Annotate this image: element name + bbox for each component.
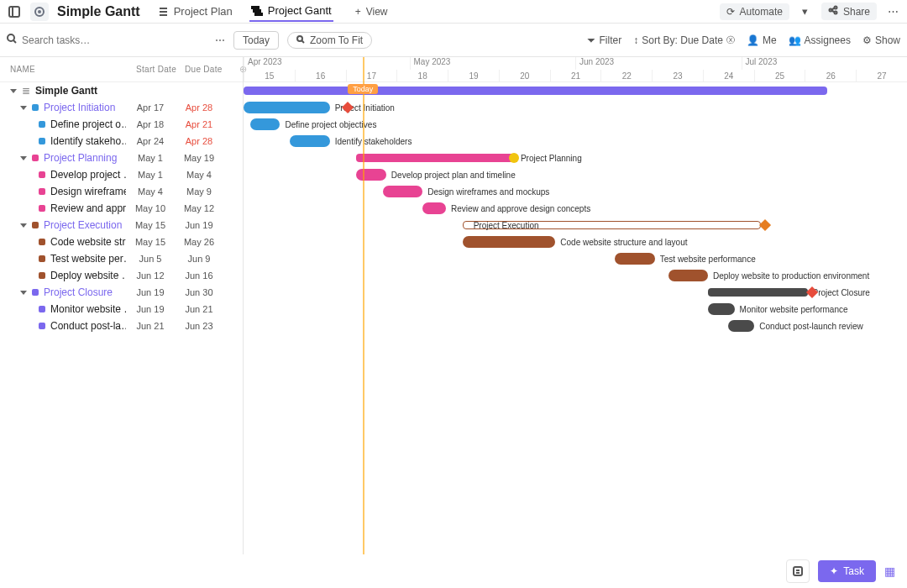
assignees-button[interactable]: 👥Assignees [789,34,851,46]
due-date: Apr 28 [175,136,223,146]
bar-row: Monitor website performance [244,301,907,318]
due-date: Jun 9 [175,254,223,264]
table-row[interactable]: Identify stakeho…Apr 24Apr 28 [0,133,243,150]
gantt-bar[interactable]: Project Initiation [244,102,330,113]
start-date: May 10 [126,203,175,213]
timeline-pane[interactable]: Apr 2023May 2023Jun 2023Jul 2023 1516171… [244,57,907,554]
table-row[interactable]: Monitor website …Jun 19Jun 21 [0,301,243,318]
start-date: May 15 [126,237,175,247]
tab-project-gantt[interactable]: Project Gantt [249,1,333,22]
chevron-down-icon[interactable]: ▾ [798,4,813,19]
gantt-bar[interactable]: Project Execution [463,221,762,229]
month-cell: May 2023 [410,57,576,70]
gantt-bar[interactable] [244,87,827,95]
gantt-bar[interactable]: Review and approve design concepts [422,202,446,214]
caret-down-icon[interactable] [20,223,27,228]
caret-down-icon[interactable] [20,291,27,295]
table-row[interactable]: Develop project …May 1May 4 [0,166,243,183]
table-row[interactable]: Test website per…Jun 5Jun 9 [0,250,243,267]
gantt-bar[interactable]: Deploy website to production environment [668,270,708,281]
table-row[interactable]: Project ClosureJun 19Jun 30 [0,284,243,301]
caret-down-icon[interactable] [10,89,17,93]
row-name: Code website str… [50,236,126,248]
week-cell: 20 [499,70,550,81]
me-label: Me [763,34,777,46]
status-dot [32,155,39,161]
search-wrapper: ⋯ [7,34,225,46]
gantt-bar[interactable]: Code website structure and layout [463,236,556,248]
sidebar-toggle-icon[interactable] [7,4,22,19]
due-date: Apr 28 [175,102,223,113]
gantt-bar[interactable]: Design wireframes and mockups [383,186,422,197]
table-row[interactable]: Project PlanningMay 1May 19 [0,150,243,166]
milestone-circle-icon[interactable] [509,153,519,163]
add-view-button[interactable]: + View [349,3,395,20]
status-dot [39,306,45,312]
table-row[interactable]: Conduct post-la…Jun 21Jun 23 [0,318,243,334]
row-name: Simple Gantt [35,85,97,97]
gantt-bar[interactable]: Test website performance [615,253,654,265]
gear-icon: ⚙ [862,34,872,46]
automate-button[interactable]: ⟳ Automate [720,3,789,20]
bar-label: Monitor website performance [740,305,848,314]
sort-label: Sort By: Due Date [642,34,723,46]
search-input[interactable] [22,34,210,46]
bar-row: Identify stakeholders [244,133,907,150]
col-start: Start Date [136,65,185,74]
sort-button[interactable]: ↕Sort By: Due Dateⓧ [633,34,735,46]
table-row[interactable]: Code website str…May 15May 26 [0,234,243,250]
share-label: Share [843,6,870,18]
due-date: Jun 23 [175,321,223,331]
bar-row: Code website structure and layout [244,234,907,250]
row-name: Project Planning [44,152,117,164]
clear-sort-icon[interactable]: ⓧ [726,34,735,46]
gantt-bar[interactable]: Conduct post-launch review [728,320,755,332]
caret-down-icon[interactable] [20,156,27,160]
caret-down-icon[interactable] [20,106,27,110]
status-dot [39,121,45,128]
zoom-control[interactable]: Zoom To Fit [287,32,372,49]
more-icon[interactable]: ⋯ [885,4,900,19]
more-icon[interactable]: ⋯ [215,34,225,46]
gantt-bar[interactable]: Project Planning [356,154,516,162]
automate-label: Automate [740,6,783,18]
gantt-bar[interactable]: Define project objectives [250,118,280,130]
share-button[interactable]: Share [821,3,877,20]
due-date: May 4 [175,170,223,180]
svg-rect-8 [254,10,260,12]
filter-button[interactable]: ⏷Filter [586,34,622,46]
due-date: Jun 19 [175,220,223,230]
table-row[interactable]: Project ExecutionMay 15Jun 19 [0,217,243,234]
due-date: Jun 16 [175,270,223,281]
gantt-bar[interactable]: Project Closure [708,288,808,297]
users-icon: 👥 [789,34,801,46]
gantt-bar[interactable]: Monitor website performance [708,303,735,315]
me-button[interactable]: 👤Me [747,34,777,46]
start-date: Jun 12 [126,270,175,281]
table-row[interactable]: Define project o…Apr 18Apr 21 [0,116,243,133]
table-row[interactable]: Review and appr…May 10May 12 [0,200,243,217]
gantt-bar[interactable]: Develop project plan and timeline [356,169,386,181]
table-row[interactable]: Deploy website …Jun 12Jun 16 [0,267,243,284]
table-row[interactable]: Design wireframe…May 4May 9 [0,183,243,200]
bar-row: Test website performance [244,250,907,267]
name-cell: Test website per… [0,253,126,265]
today-button[interactable]: Today [233,31,279,50]
search-icon[interactable] [7,34,17,46]
bar-label: Project Closure [813,288,870,297]
row-name: Test website per… [50,253,126,265]
milestone-diamond-icon[interactable] [759,219,771,231]
week-cell: 23 [652,70,703,81]
row-name: Define project o… [50,118,126,130]
status-dot [39,323,45,329]
name-cell: Monitor website … [0,303,126,315]
week-cell: 18 [396,70,448,81]
view-button-label: View [366,6,388,18]
table-row[interactable]: ≣Simple Gantt [0,82,243,99]
row-name: Project Initiation [44,102,115,113]
bar-row: Project Initiation [244,99,907,116]
table-row[interactable]: Project InitiationApr 17Apr 28 [0,99,243,116]
tab-project-plan[interactable]: Project Plan [155,2,234,21]
show-button[interactable]: ⚙Show [862,34,900,46]
gantt-bar[interactable]: Identify stakeholders [290,135,329,147]
